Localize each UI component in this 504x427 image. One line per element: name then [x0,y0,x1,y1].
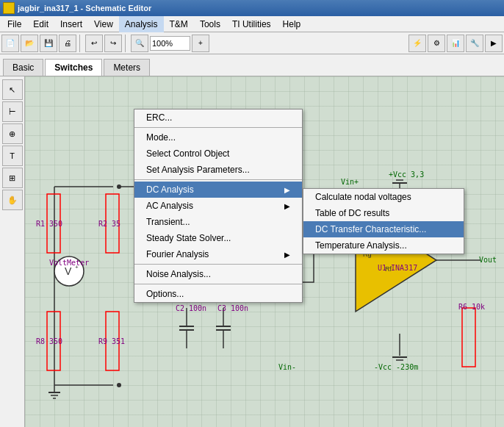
menu-select-control[interactable]: Select Control Object [134,146,302,162]
label-c2: C2 100n [176,304,206,312]
label-u1: U1 INA317 [378,264,417,272]
tool3[interactable]: 📊 [447,35,464,52]
dc-table[interactable]: Table of DC results [303,205,464,221]
zoom-in-btn[interactable]: + [192,35,209,52]
tool1[interactable]: ⚡ [408,35,426,52]
svg-point-42 [117,184,121,189]
toolbar: 📄 📂 💾 🖨 ↩ ↪ 🔍 100% + ⚡ ⚙ 📊 🔧 ▶ [0,32,504,54]
menu-dc-analysis[interactable]: DC Analysis ▶ [134,182,302,198]
side-btn-select[interactable]: ↖ [2,79,23,100]
zoom-btn[interactable]: 🔍 [131,35,148,52]
label-vcc-pos: +Vcc 3,3 [389,171,424,179]
dc-transfer[interactable]: DC Transfer Characteristic... [303,221,464,237]
side-toolbar: ↖ ⊢ ⊕ T ⊞ ✋ [0,76,25,427]
dc-submenu[interactable]: Calculate nodal voltages Table of DC res… [303,188,464,254]
sep-after-erc [134,127,302,128]
menu-edit[interactable]: Edit [27,16,54,32]
tab-basic[interactable]: Basic [3,59,43,76]
app-icon [3,2,15,14]
svg-point-43 [117,383,121,387]
menu-ac-analysis[interactable]: AC Analysis ▶ [134,198,302,214]
menu-erc[interactable]: ERC... [134,110,302,126]
sep1 [79,35,82,52]
label-vcc-neg: -Vcc -230m [374,363,418,371]
menu-steady-state[interactable]: Steady State Solver... [134,230,302,246]
side-btn-component[interactable]: ⊕ [2,123,23,144]
save-btn[interactable]: 💾 [40,35,57,52]
title-bar: jagbir_ina317_1 - Schematic Editor [0,0,504,16]
menu-insert[interactable]: Insert [54,16,88,32]
label-vin-pos: Vin+ [341,178,359,186]
sep-after-params [134,179,302,180]
sep-options [134,284,302,284]
menu-options[interactable]: Options... [134,286,302,302]
print-btn[interactable]: 🖨 [59,35,76,52]
menu-help[interactable]: Help [277,16,307,32]
side-btn-text[interactable]: T [2,146,23,166]
menu-transient[interactable]: Transient... [134,214,302,230]
label-vout: Vout [479,256,497,264]
tab-bar: Basic Switches Meters [0,54,504,76]
menu-tm[interactable]: T&M [164,16,194,32]
sep-noise [134,264,302,265]
side-btn-zoom[interactable]: ⊞ [2,168,23,188]
undo-btn[interactable]: ↩ [85,35,103,52]
label-r8: R8 350 [36,337,62,345]
tool4[interactable]: 🔧 [466,35,483,52]
menu-file[interactable]: File [1,16,27,32]
tool5[interactable]: ▶ [485,35,503,52]
analysis-dropdown[interactable]: ERC... Mode... Select Control Object Set… [134,109,303,303]
svg-text:V: V [65,265,72,277]
menu-tools[interactable]: Tools [194,16,226,32]
label-r6: R6 10k [458,303,485,311]
redo-btn[interactable]: ↪ [104,35,122,52]
label-vin-neg: Vin- [278,363,296,371]
sep2 [125,35,128,52]
menu-noise[interactable]: Noise Analysis... [134,266,302,282]
dc-temperature[interactable]: Temperature Analysis... [303,237,464,254]
label-r2: R2 35 [98,220,120,228]
menu-fourier[interactable]: Fourier Analysis ▶ [134,246,302,262]
label-voltmeter: VoltMeter [49,259,89,267]
window-title: jagbir_ina317_1 - Schematic Editor [18,4,151,12]
tab-meters[interactable]: Meters [104,59,150,76]
menu-bar: File Edit Insert View Analysis T&M Tools… [0,16,504,32]
menu-mode[interactable]: Mode... [134,129,302,146]
menu-analysis[interactable]: Analysis [119,16,164,32]
menu-view[interactable]: View [88,16,119,32]
new-btn[interactable]: 📄 [1,35,19,52]
tab-switches[interactable]: Switches [45,59,102,76]
zoom-display[interactable]: 100% [150,36,190,51]
canvas-area: V + Rg Rf [25,76,504,427]
side-btn-wire[interactable]: ⊢ [2,101,23,122]
label-c3: C3 100n [217,304,248,312]
menu-ti-utilities[interactable]: TI Utilities [226,16,277,32]
dc-calc-nodal[interactable]: Calculate nodal voltages [303,189,464,205]
label-r1: R1 350 [36,220,62,228]
svg-rect-30 [462,308,475,367]
label-r9: R9 351 [98,337,125,345]
menu-set-analysis[interactable]: Set Analysis Parameters... [134,162,302,178]
open-btn[interactable]: 📂 [21,35,38,52]
tool2[interactable]: ⚙ [428,35,445,52]
side-btn-pan[interactable]: ✋ [2,190,23,210]
